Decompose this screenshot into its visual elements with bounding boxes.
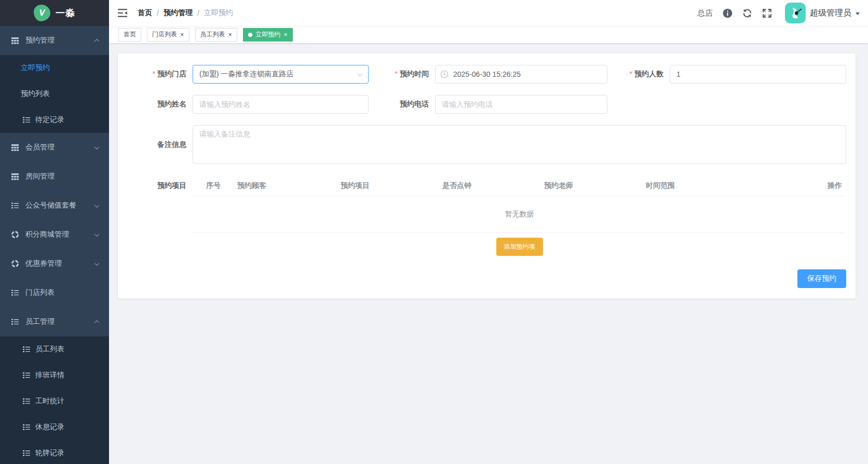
booking-items-table: 序号 预约顾客 预约项目 是否点钟 预约老师 时间范围 操作 暂无数据 添加预约… — [193, 175, 846, 256]
sidebar-item-book-now[interactable]: 立即预约 — [0, 55, 109, 81]
column-header-item: 预约项目 — [327, 181, 429, 190]
content-column: 首页 / 预约管理 / 立即预约 总店 超级管理员 首页 — [109, 0, 868, 464]
name-input[interactable] — [193, 95, 369, 114]
close-icon[interactable]: × — [283, 31, 288, 38]
breadcrumb-home[interactable]: 首页 — [138, 8, 152, 18]
list-icon — [11, 289, 19, 297]
sidebar-item-rest-records[interactable]: 休息记录 — [0, 414, 109, 440]
required-asterisk: * — [395, 70, 398, 78]
sidebar-item-staff-list[interactable]: 员工列表 — [0, 336, 109, 362]
sidebar-item-staff-management[interactable]: 员工管理 — [0, 307, 109, 336]
count-field: *预约人数 — [607, 65, 846, 84]
sidebar-item-coupon-management[interactable]: 优惠券管理 — [0, 249, 109, 278]
time-picker-input[interactable] — [435, 65, 607, 84]
tab-label: 立即预约 — [255, 30, 280, 39]
tab-book-now[interactable]: 立即预约 × — [243, 28, 293, 42]
sidebar-item-room-management[interactable]: 房间管理 — [0, 162, 109, 191]
form-row-2: 预约姓名 预约电话 — [127, 95, 846, 114]
close-icon[interactable]: × — [228, 31, 233, 38]
active-dot — [248, 33, 252, 37]
sidebar-item-label: 立即预约 — [21, 63, 50, 73]
tab-label: 员工列表 — [200, 30, 225, 39]
store-label: 总店 — [697, 8, 713, 18]
tab-label: 门店列表 — [152, 30, 177, 39]
sidebar-item-label: 公众号储值套餐 — [25, 201, 76, 210]
app-root: V 一淼 预约管理 立即预约 预约列表 待定记录 — [0, 0, 868, 464]
phone-input[interactable] — [435, 95, 607, 114]
form-row-1: *预约门店 *预约时间 *预约人数 — [127, 65, 846, 84]
list-icon — [11, 201, 19, 210]
add-booking-item-button[interactable]: 添加预约项 — [496, 238, 543, 256]
close-icon[interactable]: × — [180, 31, 184, 38]
ring-icon — [11, 230, 19, 239]
sidebar-item-stored-value-packages[interactable]: 公众号储值套餐 — [0, 191, 109, 220]
column-header-teacher: 预约老师 — [531, 181, 632, 190]
sidebar-item-store-list[interactable]: 门店列表 — [0, 278, 109, 307]
sidebar-item-appointment-list[interactable]: 预约列表 — [0, 81, 109, 107]
sidebar-item-label: 优惠券管理 — [25, 259, 62, 268]
store-field-label: *预约门店 — [127, 70, 193, 79]
sidebar-item-label: 会员管理 — [25, 143, 55, 152]
logo-area[interactable]: V 一淼 — [0, 0, 109, 26]
breadcrumb-current: 立即预约 — [204, 8, 233, 18]
sidebar-item-label: 门店列表 — [25, 288, 55, 297]
tab-store-list[interactable]: 门店列表 × — [147, 28, 189, 42]
sidebar-item-label: 工时统计 — [35, 397, 64, 406]
chevron-up-icon — [94, 320, 100, 325]
count-input[interactable] — [670, 65, 846, 84]
chevron-down-icon — [94, 261, 100, 266]
sidebar-item-appointment-management[interactable]: 预约管理 — [0, 26, 109, 55]
sidebar-item-label: 房间管理 — [25, 172, 55, 181]
sidebar-item-schedule-details[interactable]: 排班详情 — [0, 362, 109, 388]
appointment-submenu: 立即预约 预约列表 待定记录 — [0, 55, 109, 133]
empty-state-text: 暂无数据 — [193, 196, 846, 233]
info-icon[interactable] — [723, 8, 733, 18]
main-content: *预约门店 *预约时间 *预约人数 — [109, 44, 868, 464]
required-asterisk: * — [630, 70, 632, 78]
sidebar-item-pending-records[interactable]: 待定记录 — [0, 107, 109, 133]
user-dropdown[interactable]: 超级管理员 — [782, 3, 860, 23]
time-field-label: *预约时间 — [369, 70, 435, 79]
staff-submenu: 员工列表 排班详情 工时统计 休息记录 轮牌记录 — [0, 336, 109, 464]
logo-letter: V — [39, 8, 45, 18]
refresh-icon[interactable] — [742, 8, 752, 18]
store-field: *预约门店 — [127, 65, 369, 84]
sidebar-item-member-management[interactable]: 会员管理 — [0, 133, 109, 162]
breadcrumb-appointment-management[interactable]: 预约管理 — [164, 8, 193, 18]
chevron-down-icon — [94, 231, 100, 237]
top-navbar: 首页 / 预约管理 / 立即预约 总店 超级管理员 — [109, 0, 868, 26]
sidebar-item-points-mall-management[interactable]: 积分商城管理 — [0, 220, 109, 249]
tab-staff-list[interactable]: 员工列表 × — [195, 28, 238, 42]
list-icon — [22, 345, 31, 353]
sidebar-item-label: 预约列表 — [21, 89, 50, 99]
list-icon — [22, 449, 31, 457]
save-booking-button[interactable]: 保存预约 — [797, 269, 846, 288]
form-row-remark: 备注信息 — [127, 125, 846, 164]
sidebar-toggle-icon[interactable] — [118, 8, 128, 18]
column-header-actions: 操作 — [815, 181, 846, 190]
avatar[interactable] — [785, 3, 806, 23]
count-input-wrap — [670, 65, 846, 84]
sidebar-item-rotation-records[interactable]: 轮牌记录 — [0, 440, 109, 464]
remark-textarea[interactable] — [193, 125, 846, 164]
phone-field: 预约电话 — [369, 95, 607, 114]
logo-title: 一淼 — [56, 7, 75, 19]
column-header-designated: 是否点钟 — [429, 181, 531, 190]
time-field: *预约时间 — [369, 65, 607, 84]
breadcrumb-separator: / — [157, 9, 159, 17]
phone-field-label: 预约电话 — [369, 100, 435, 109]
tab-home[interactable]: 首页 — [118, 28, 141, 42]
breadcrumb: 首页 / 预约管理 / 立即预约 — [138, 8, 233, 18]
list-icon — [22, 116, 31, 124]
store-select-input[interactable] — [193, 65, 369, 84]
list-icon — [22, 397, 31, 405]
add-item-row: 添加预约项 — [193, 233, 846, 256]
sidebar-item-working-hours-stats[interactable]: 工时统计 — [0, 388, 109, 414]
chevron-down-icon — [94, 144, 100, 149]
name-field: 预约姓名 — [127, 95, 369, 114]
required-asterisk: * — [153, 70, 155, 78]
save-row: 保存预约 — [127, 269, 846, 288]
navbar-right: 总店 超级管理员 — [697, 3, 860, 23]
fullscreen-icon[interactable] — [762, 8, 772, 18]
sidebar-item-label: 员工管理 — [25, 317, 55, 326]
